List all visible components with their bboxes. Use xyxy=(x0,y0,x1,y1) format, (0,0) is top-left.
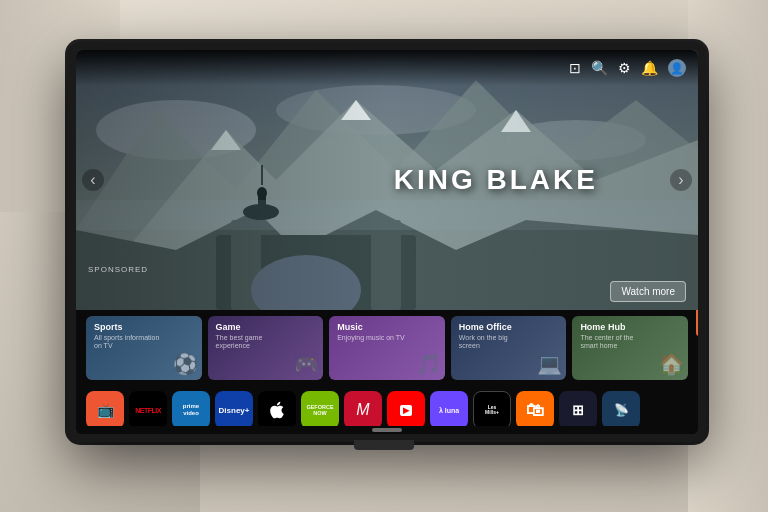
hero-background xyxy=(76,50,698,310)
app-youtube[interactable]: ▶ xyxy=(387,391,425,429)
app-masterclass[interactable]: M xyxy=(344,391,382,429)
apps-icon: ⊞ xyxy=(572,402,584,418)
hero-section: ‹ › KING BLAKE SPONSORED Watch more xyxy=(76,50,698,310)
category-card-home-hub[interactable]: Home Hub The center of the smart home 🏠 xyxy=(572,316,688,380)
tv-stand xyxy=(354,440,414,450)
netflix-logo: NETFLIX xyxy=(135,407,161,414)
source-icon[interactable]: ⊡ xyxy=(569,60,581,76)
geforce-logo: GEFORCENOW xyxy=(306,404,333,416)
app-shop[interactable]: 🛍 xyxy=(516,391,554,429)
lesmills-logo: LesMills+ xyxy=(485,405,499,416)
category-music-title: Music xyxy=(337,322,363,332)
cast-icon: 📡 xyxy=(614,403,629,417)
category-home-hub-subtitle: The center of the smart home xyxy=(580,334,650,351)
luna-logo: λ luna xyxy=(439,407,459,414)
app-geforce[interactable]: GEFORCENOW xyxy=(301,391,339,429)
category-game-title: Game xyxy=(216,322,241,332)
sponsored-badge: SPONSORED xyxy=(88,265,148,274)
category-card-music[interactable]: Music Enjoying music on TV 🎵 xyxy=(329,316,445,380)
app-lesmills[interactable]: LesMills+ xyxy=(473,391,511,429)
ch-icon: 📺 xyxy=(97,402,114,418)
watch-more-button[interactable]: Watch more xyxy=(610,281,686,302)
category-sports-title: Sports xyxy=(94,322,123,332)
bottom-gradient xyxy=(76,426,698,434)
search-icon[interactable]: 🔍 xyxy=(591,60,608,76)
profile-icon[interactable]: 👤 xyxy=(668,59,686,77)
app-disney[interactable]: Disney+ xyxy=(215,391,253,429)
app-ch[interactable]: 📺 xyxy=(86,391,124,429)
top-bar: ⊡ 🔍 ⚙ 🔔 👤 xyxy=(76,50,698,86)
category-home-hub-title: Home Hub xyxy=(580,322,625,332)
youtube-logo: ▶ xyxy=(400,405,412,416)
masterclass-logo: M xyxy=(356,401,369,419)
category-card-sports[interactable]: Sports All sports information on TV ⚽ xyxy=(86,316,202,380)
music-icon: 🎵 xyxy=(416,352,441,376)
sports-icon: ⚽ xyxy=(173,352,198,376)
home-office-icon: 💻 xyxy=(537,352,562,376)
prime-logo: primevideo xyxy=(183,403,199,416)
category-home-office-subtitle: Work on the big screen xyxy=(459,334,529,351)
bottom-indicator xyxy=(372,428,402,432)
notification-icon[interactable]: 🔔 xyxy=(641,60,658,76)
categories-row: Sports All sports information on TV ⚽ Ga… xyxy=(76,310,698,386)
category-sports-subtitle: All sports information on TV xyxy=(94,334,164,351)
tv-frame: ‹ › KING BLAKE SPONSORED Watch more ⊡ 🔍 … xyxy=(68,42,706,442)
app-cast[interactable]: 📡 xyxy=(602,391,640,429)
settings-icon[interactable]: ⚙ xyxy=(618,60,631,76)
hero-overlay xyxy=(76,50,698,310)
category-home-office-title: Home Office xyxy=(459,322,512,332)
app-netflix[interactable]: NETFLIX xyxy=(129,391,167,429)
category-game-subtitle: The best game experience xyxy=(216,334,286,351)
disney-logo: Disney+ xyxy=(219,406,250,415)
home-hub-icon: 🏠 xyxy=(659,352,684,376)
hero-prev-button[interactable]: ‹ xyxy=(82,169,104,191)
shop-icon: 🛍 xyxy=(526,400,544,421)
live-badge: Live xyxy=(696,310,698,336)
hero-title: KING BLAKE xyxy=(394,164,598,196)
app-luna[interactable]: λ luna xyxy=(430,391,468,429)
hero-next-button[interactable]: › xyxy=(670,169,692,191)
app-prime[interactable]: primevideo xyxy=(172,391,210,429)
game-icon: 🎮 xyxy=(294,352,319,376)
app-apple[interactable] xyxy=(258,391,296,429)
category-music-subtitle: Enjoying music on TV xyxy=(337,334,405,342)
tv-screen: ‹ › KING BLAKE SPONSORED Watch more ⊡ 🔍 … xyxy=(76,50,698,434)
category-card-game[interactable]: Game The best game experience 🎮 xyxy=(208,316,324,380)
app-apps[interactable]: ⊞ xyxy=(559,391,597,429)
category-card-home-office[interactable]: Home Office Work on the big screen 💻 xyxy=(451,316,567,380)
